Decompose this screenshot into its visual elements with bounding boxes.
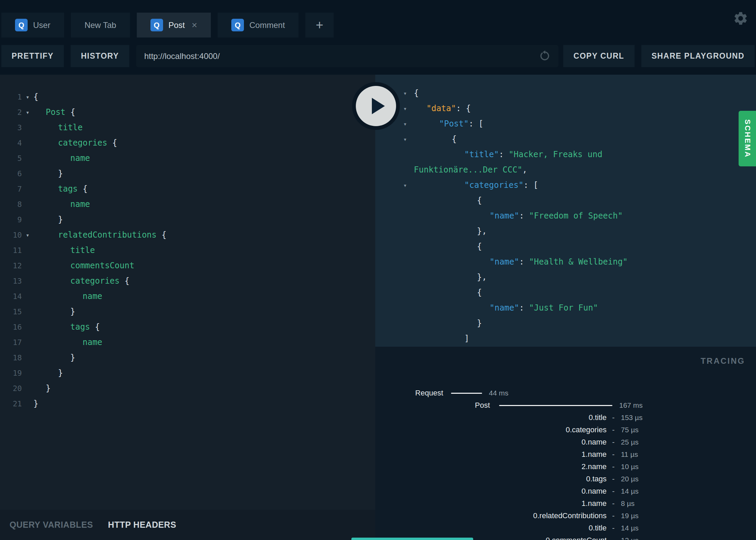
query-line[interactable]: 6} xyxy=(0,166,375,181)
query-line[interactable]: 9} xyxy=(0,212,375,227)
query-code: name xyxy=(33,197,90,212)
query-line[interactable]: 20} xyxy=(0,381,375,396)
http-headers-tab[interactable]: HTTP HEADERS xyxy=(108,520,176,530)
code-token-string: "Health & Wellbeing" xyxy=(529,257,628,267)
query-line[interactable]: 19} xyxy=(0,365,375,381)
fold-gutter xyxy=(22,273,33,289)
query-variables-tab[interactable]: QUERY VARIABLES xyxy=(10,520,93,530)
tracing-dash: - xyxy=(610,413,617,422)
line-number: 11 xyxy=(0,243,22,258)
fold-gutter xyxy=(22,135,33,151)
response-line: ▾{ xyxy=(375,86,756,101)
code-token-punct: { xyxy=(107,138,117,148)
query-line[interactable]: 10▾relatedContributions { xyxy=(0,227,375,243)
code-token-punct: } xyxy=(477,318,482,328)
query-line[interactable]: 18} xyxy=(0,350,375,365)
main-content: 1▾{2▾Post {3title4categories {5name6}7ta… xyxy=(0,75,756,540)
query-line[interactable]: 21} xyxy=(0,396,375,411)
endpoint-url-input[interactable] xyxy=(136,51,558,61)
query-code: } xyxy=(33,166,63,181)
fold-arrow-icon[interactable]: ▾ xyxy=(22,89,33,105)
tracing-row-label: 2.name xyxy=(375,462,607,471)
query-line[interactable]: 7tags { xyxy=(0,181,375,197)
response-code: }, xyxy=(414,226,487,236)
response-code: { xyxy=(414,88,419,98)
line-number: 16 xyxy=(0,319,22,335)
query-line[interactable]: 11title xyxy=(0,243,375,258)
fold-gutter xyxy=(22,319,33,335)
response-line: ▾"Post": [ xyxy=(375,116,756,132)
tab-user[interactable]: QUser xyxy=(1,13,64,38)
query-line[interactable]: 2▾Post { xyxy=(0,105,375,120)
tracing-row: 0.name-14 µs xyxy=(375,485,756,497)
line-number: 5 xyxy=(0,151,22,166)
tracing-row: Post167 ms xyxy=(375,399,756,411)
line-number: 21 xyxy=(0,396,22,411)
prettify-button[interactable]: PRETTIFY xyxy=(1,45,64,67)
tracing-row: 0.relatedContributions-19 µs xyxy=(375,510,756,522)
tracing-title: TRACING xyxy=(375,356,756,366)
tab-comment[interactable]: QComment xyxy=(218,13,299,38)
collapse-arrow-icon[interactable]: ▾ xyxy=(403,132,407,147)
code-token-punct: { xyxy=(452,134,456,144)
response-code: { xyxy=(414,134,456,144)
code-token-punct: { xyxy=(477,242,482,251)
query-line[interactable]: 16tags { xyxy=(0,319,375,335)
code-token-field: tags xyxy=(58,184,78,194)
query-editor[interactable]: 1▾{2▾Post {3title4categories {5name6}7ta… xyxy=(0,75,375,510)
query-code: } xyxy=(33,396,38,411)
tracing-row: 1.name-11 µs xyxy=(375,448,756,461)
code-token-field: name xyxy=(70,153,90,163)
line-number: 19 xyxy=(0,365,22,381)
settings-button[interactable] xyxy=(733,11,748,27)
collapse-arrow-icon[interactable]: ▾ xyxy=(403,86,407,101)
fold-arrow-icon[interactable]: ▾ xyxy=(22,227,33,243)
fold-arrow-icon[interactable]: ▾ xyxy=(22,105,33,120)
response-code: "Post": [ xyxy=(414,119,483,129)
code-token-punct: } xyxy=(58,215,63,224)
history-button[interactable]: HISTORY xyxy=(71,45,129,67)
code-token-punct: { xyxy=(157,230,166,240)
copy-curl-button[interactable]: COPY CURL xyxy=(563,45,635,67)
collapse-arrow-icon[interactable]: ▾ xyxy=(403,116,407,132)
query-line[interactable]: 5name xyxy=(0,151,375,166)
query-line[interactable]: 14name xyxy=(0,289,375,304)
collapse-arrow-icon[interactable]: ▾ xyxy=(403,178,407,193)
query-line[interactable]: 3title xyxy=(0,120,375,135)
reload-icon[interactable] xyxy=(539,50,551,63)
new-tab-button[interactable]: + xyxy=(305,13,334,38)
share-playground-button[interactable]: SHARE PLAYGROUND xyxy=(641,45,755,67)
fold-gutter xyxy=(22,304,33,319)
fold-gutter xyxy=(22,212,33,227)
schema-tab[interactable]: SCHEMA xyxy=(739,111,756,166)
response-line: ▾{ xyxy=(375,132,756,147)
query-line[interactable]: 17name xyxy=(0,335,375,350)
query-code: name xyxy=(33,151,90,166)
query-line[interactable]: 4categories { xyxy=(0,135,375,151)
line-number: 4 xyxy=(0,135,22,151)
line-number: 7 xyxy=(0,181,22,197)
query-line[interactable]: 12commentsCount xyxy=(0,258,375,273)
tracing-row-label: Post xyxy=(375,401,490,410)
code-token-punct: { xyxy=(78,184,88,194)
query-line[interactable]: 13categories { xyxy=(0,273,375,289)
code-token-punct: { xyxy=(33,92,38,102)
query-line[interactable]: 8name xyxy=(0,197,375,212)
query-line[interactable]: 1▾{ xyxy=(0,89,375,105)
response-line: "name": "Freedom of Speech" xyxy=(375,208,756,224)
close-tab-icon[interactable]: × xyxy=(192,20,197,31)
code-token-punct: ] xyxy=(464,334,469,343)
line-number: 9 xyxy=(0,212,22,227)
tab-post[interactable]: QPost× xyxy=(137,13,211,38)
code-token-key: "name" xyxy=(490,303,519,313)
collapse-arrow-icon[interactable]: ▾ xyxy=(403,101,407,116)
fold-gutter xyxy=(22,243,33,258)
tracing-dash: - xyxy=(610,487,617,496)
tab-new-tab[interactable]: New Tab xyxy=(71,13,130,38)
response-line: ▾"data": { xyxy=(375,101,756,116)
code-token-punct: } xyxy=(33,399,38,408)
query-code: } xyxy=(33,304,75,319)
code-token-string: "Just For Fun" xyxy=(529,303,598,313)
execute-query-button[interactable] xyxy=(356,86,396,126)
query-line[interactable]: 15} xyxy=(0,304,375,319)
